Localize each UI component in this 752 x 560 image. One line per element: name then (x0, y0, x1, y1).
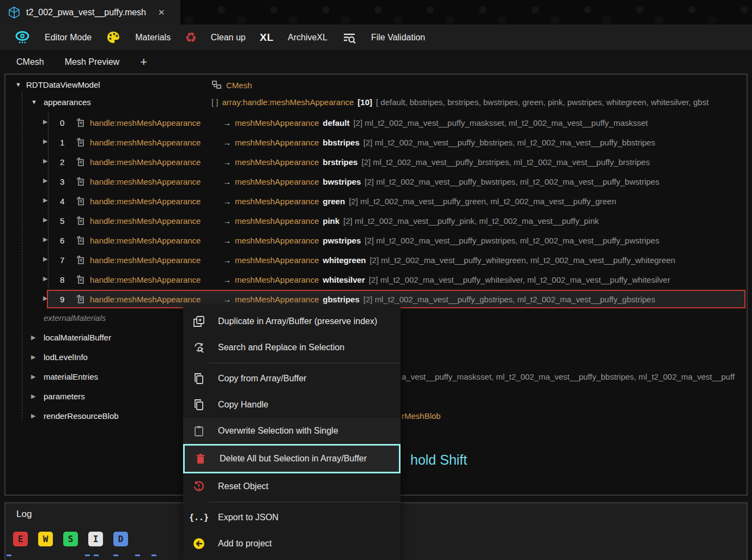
handle-type-label: handle:meshMeshAppearance (90, 295, 223, 304)
tree-row-appearance-item[interactable]: ▶ 1 handle:meshMeshAppearance → meshMesh… (5, 133, 747, 153)
tree-row-appearance-item[interactable]: ▶ 2 handle:meshMeshAppearance → meshMesh… (5, 153, 747, 172)
handle-type-label: handle:meshMeshAppearance (90, 255, 223, 265)
duplicate-icon (193, 315, 205, 327)
menu-label: Reset Object (218, 482, 268, 491)
handle-icon (76, 197, 86, 206)
log-badge-success[interactable]: S (63, 532, 78, 546)
arrow-icon: → (223, 275, 231, 284)
toolbar: Editor Mode Materials ♻ Clean up XL Arch… (0, 25, 752, 51)
menu-separator (209, 502, 401, 502)
archivexl-button[interactable]: XL ArchiveXL (260, 32, 328, 44)
arrow-icon: → (223, 255, 231, 265)
appearance-name: whitegreen (323, 255, 366, 265)
menu-item-copy-from-array[interactable]: Copy from Array/Buffer (183, 366, 401, 392)
appearance-name: default (323, 118, 349, 127)
tree-row-appearance-item[interactable]: ▶ 0 handle:meshMeshAppearance → meshMesh… (5, 113, 747, 133)
menu-label: Duplicate in Array/Buffer (preserve inde… (218, 316, 377, 326)
appearance-type-label: meshMeshAppearance (235, 157, 319, 167)
tree-root-label: RDTDataViewModel (26, 80, 100, 89)
appearance-row-box[interactable]: 3 handle:meshMeshAppearance → meshMeshAp… (47, 172, 745, 191)
trash-icon (195, 453, 207, 465)
chevron-right-icon[interactable]: ▶ (31, 373, 35, 380)
array-index: 3 (60, 177, 72, 186)
chevron-right-icon[interactable]: ▶ (31, 393, 35, 400)
appearance-row-box[interactable]: 7 handle:meshMeshAppearance → meshMeshAp… (47, 251, 745, 269)
tree-row-appearance-item[interactable]: ▶ 4 handle:meshMeshAppearance → meshMesh… (5, 192, 747, 211)
cleanup-button[interactable]: ♻ Clean up (185, 31, 246, 44)
appearances-label: appearances (44, 98, 91, 107)
appearance-row-box[interactable]: 1 handle:meshMeshAppearance → meshMeshAp… (47, 133, 745, 151)
menu-item-export-json[interactable]: {..} Export to JSON (183, 504, 401, 531)
tree-row-appearance-item[interactable]: ▶ 7 handle:meshMeshAppearance → meshMesh… (5, 251, 747, 270)
handle-icon (76, 255, 86, 265)
materials-button[interactable]: Materials (106, 30, 171, 45)
menu-item-reset-object[interactable]: Reset Object (183, 473, 401, 500)
appearance-row-box[interactable]: 4 handle:meshMeshAppearance → meshMeshAp… (47, 192, 745, 210)
menu-item-copy-handle[interactable]: Copy Handle (183, 392, 401, 418)
tab-cmesh[interactable]: CMesh (16, 57, 44, 67)
menu-label: Copy Handle (218, 400, 269, 410)
tab-mesh-preview[interactable]: Mesh Preview (65, 57, 119, 67)
materials-label: Materials (135, 33, 171, 42)
log-line-fragment (151, 555, 156, 556)
appearance-materials: [2] ml_t2_002_ma_vest__puffy_gbstripes, … (363, 295, 656, 304)
appearance-row-box[interactable]: 5 handle:meshMeshAppearance → meshMeshAp… (47, 211, 745, 230)
menu-item-search-replace[interactable]: Search and Replace in Selection (183, 334, 401, 361)
close-tab-icon[interactable]: ✕ (158, 8, 165, 17)
array-index: 9 (60, 295, 72, 304)
chevron-right-icon[interactable]: ▶ (31, 334, 35, 341)
appearance-type-label: meshMeshAppearance (235, 118, 319, 127)
appearance-materials: [2] ml_t2_002_ma_vest__puffy_brstripes, … (361, 157, 650, 167)
handle-type-label: handle:meshMeshAppearance (90, 236, 223, 245)
add-tab-button[interactable]: + (140, 55, 147, 69)
hold-shift-annotation: hold Shift (410, 452, 467, 468)
tree-row-appearance-item[interactable]: ▶ 6 handle:meshMeshAppearance → meshMesh… (5, 231, 747, 251)
appearance-name: pink (323, 216, 339, 226)
clipboard-icon (193, 425, 205, 437)
appearance-name: green (323, 197, 345, 206)
log-badge-error[interactable]: E (13, 532, 28, 546)
tree-row-appearance-item[interactable]: ▶ 3 handle:meshMeshAppearance → meshMesh… (5, 172, 747, 192)
tree-row-root[interactable]: ▼ RDTDataViewModel CMesh (5, 76, 747, 96)
arrow-icon: → (223, 216, 231, 226)
chevron-right-icon[interactable]: ▶ (31, 412, 35, 419)
appearance-materials: [2] ml_t2_002_ma_vest__puffy_bbstripes, … (363, 138, 656, 147)
editor-mode-button[interactable]: Editor Mode (14, 30, 92, 45)
tree-row-appearances[interactable]: ▼ appearances [ ] array:handle:meshMeshA… (5, 94, 747, 113)
add-to-project-icon (192, 537, 205, 550)
renderresourceblob-value-fragment: rMeshBlob (402, 411, 441, 421)
chevron-right-icon[interactable]: ▶ (31, 354, 35, 361)
menu-label: Add to project (218, 539, 272, 549)
appearance-name: bwstripes (323, 177, 361, 186)
appearances-count: [10] (357, 98, 372, 107)
appearance-type-label: meshMeshAppearance (235, 177, 319, 186)
tree-row-appearance-item[interactable]: ▶ 8 handle:meshMeshAppearance → meshMesh… (5, 270, 747, 290)
arrow-icon: → (223, 236, 231, 245)
log-badge-warning[interactable]: W (38, 532, 53, 546)
menu-item-delete-all-but-selection[interactable]: Delete All but Selection in Array/Buffer (183, 444, 401, 473)
array-brackets-icon: [ ] (211, 98, 219, 107)
appearance-row-box[interactable]: 0 handle:meshMeshAppearance → meshMeshAp… (47, 113, 745, 132)
array-index: 6 (60, 236, 72, 245)
log-panel-title: Log (16, 509, 32, 520)
file-validation-button[interactable]: File Validation (342, 30, 425, 45)
chevron-down-icon[interactable]: ▼ (15, 81, 21, 88)
menu-item-duplicate-preserve-index[interactable]: Duplicate in Array/Buffer (preserve inde… (183, 308, 401, 334)
arrow-icon: → (223, 177, 231, 186)
appearance-type-label: meshMeshAppearance (235, 275, 319, 284)
appearance-row-box[interactable]: 6 handle:meshMeshAppearance → meshMeshAp… (47, 231, 745, 249)
menu-item-add-to-project[interactable]: Add to project (183, 531, 401, 557)
root-type-value: CMesh (226, 81, 252, 90)
chevron-down-icon[interactable]: ▼ (31, 99, 37, 105)
tree-row-appearance-item[interactable]: ▶ 5 handle:meshMeshAppearance → meshMesh… (5, 211, 747, 231)
log-badge-info[interactable]: I (88, 532, 103, 546)
appearance-row-box[interactable]: 8 handle:meshMeshAppearance → meshMeshAp… (47, 270, 745, 289)
menu-item-overwrite-selection[interactable]: Overwrite Selection with Single (183, 418, 401, 444)
archivexl-label: ArchiveXL (288, 33, 328, 42)
appearance-materials: [2] ml_t2_002_ma_vest__puffy_masksset, m… (353, 118, 648, 127)
arrow-icon: → (223, 197, 231, 206)
appearance-row-box[interactable]: 2 handle:meshMeshAppearance → meshMeshAp… (47, 153, 745, 171)
handle-type-label: handle:meshMeshAppearance (90, 275, 223, 284)
document-tab[interactable]: t2_002_pwa_vest__puffy.mesh ✕ (0, 0, 180, 25)
log-badge-debug[interactable]: D (113, 532, 128, 546)
